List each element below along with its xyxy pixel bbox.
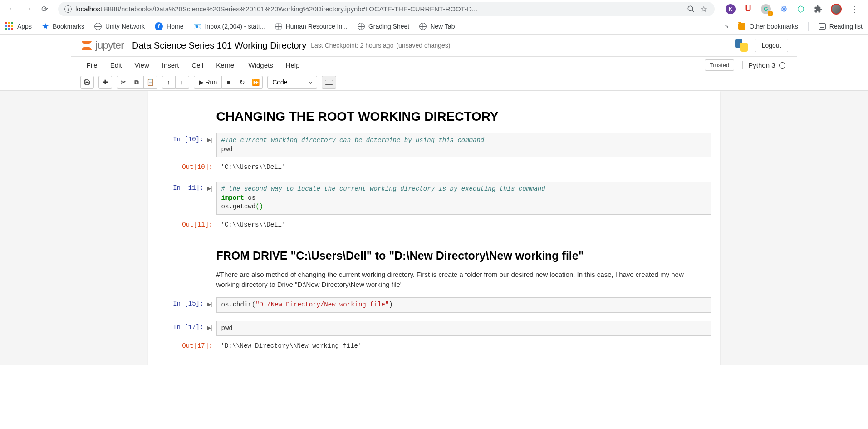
- globe-icon: [419, 23, 427, 30]
- run-button[interactable]: ▶ Run: [194, 76, 222, 89]
- svg-point-0: [688, 6, 693, 11]
- run-cell-icon[interactable]: ▶|: [207, 325, 212, 331]
- bookmark-home[interactable]: f Home: [155, 22, 183, 30]
- bookmark-inbox[interactable]: 📧 Inbox (2,004) - stati...: [193, 23, 265, 30]
- extension-hex-icon[interactable]: ⬡: [796, 5, 805, 14]
- python-logo-icon: [734, 38, 749, 53]
- kernel-indicator[interactable]: Python 3: [742, 61, 788, 69]
- add-cell-button[interactable]: ✚: [98, 76, 112, 89]
- output-text: 'D:\\New Directory\\New working file': [216, 340, 711, 352]
- profile-avatar[interactable]: [831, 4, 842, 15]
- globe-icon: [275, 23, 282, 30]
- output-text: 'C:\\Users\\Dell': [216, 218, 711, 231]
- notebook-content: CHANGING THE ROOT WORKING DIRECTORY In […: [148, 91, 720, 365]
- run-cell-icon[interactable]: ▶|: [207, 185, 212, 192]
- menu-help[interactable]: Help: [280, 59, 306, 72]
- command-palette-button[interactable]: [322, 76, 336, 89]
- svg-line-1: [692, 10, 694, 12]
- input-prompt: In [10]:: [173, 136, 203, 143]
- output-cell-17: Out[17]: 'D:\\New Directory\\New working…: [157, 340, 711, 352]
- bookmark-unity-network[interactable]: Unity Network: [94, 23, 145, 30]
- markdown-cell-heading2[interactable]: FROM DRIVE "C:\Users\Dell" to "D:\New Di…: [157, 249, 711, 262]
- browser-menu-icon[interactable]: ⋮: [850, 5, 859, 14]
- stop-button[interactable]: ■: [222, 76, 235, 89]
- cut-button[interactable]: ✂: [117, 76, 130, 89]
- kernel-status-icon: [779, 62, 785, 69]
- url-text: localhost:8888/notebooks/Data%20Science%…: [75, 5, 683, 13]
- paste-button[interactable]: 📋: [144, 76, 157, 89]
- jupyter-logo[interactable]: jupyter: [80, 39, 124, 52]
- forward-button[interactable]: →: [22, 3, 34, 15]
- menu-cell[interactable]: Cell: [185, 59, 210, 72]
- menu-file[interactable]: File: [80, 59, 104, 72]
- bookmarks-overflow[interactable]: »: [725, 23, 729, 30]
- input-prompt: In [15]:: [173, 300, 203, 307]
- run-all-button[interactable]: ⏩: [249, 76, 263, 89]
- save-button[interactable]: [80, 76, 94, 89]
- copy-button[interactable]: ⧉: [130, 76, 144, 89]
- globe-icon: [94, 23, 102, 30]
- move-up-button[interactable]: ↑: [162, 76, 176, 89]
- input-prompt: In [17]:: [173, 324, 203, 331]
- menu-kernel[interactable]: Kernel: [210, 59, 242, 72]
- jupyter-logo-icon: [80, 39, 93, 52]
- extension-grammarly-icon[interactable]: G 1: [761, 4, 771, 14]
- bookmarks-bar: Apps ★ Bookmarks Unity Network f Home 📧 …: [0, 18, 868, 35]
- run-cell-icon[interactable]: ▶|: [207, 301, 212, 307]
- extension-flower-icon[interactable]: ❋: [779, 5, 788, 14]
- cell-type-select[interactable]: Code: [267, 76, 317, 89]
- reading-list[interactable]: Reading list: [819, 23, 863, 30]
- code-cell-11[interactable]: In [11]: ▶| # the second way to locate t…: [157, 182, 711, 215]
- url-bar[interactable]: i localhost:8888/notebooks/Data%20Scienc…: [58, 2, 715, 16]
- notebook-title[interactable]: Data Science Series 101 Working Director…: [132, 40, 306, 51]
- site-info-icon[interactable]: i: [64, 5, 72, 13]
- other-bookmarks[interactable]: Other bookmarks: [738, 23, 798, 30]
- jupyter-header: jupyter Data Science Series 101 Working …: [71, 35, 797, 57]
- menu-widgets[interactable]: Widgets: [242, 59, 280, 72]
- code-cell-10[interactable]: In [10]: ▶| #The current working directo…: [157, 133, 711, 157]
- apps-button[interactable]: Apps: [5, 22, 32, 30]
- extension-u-icon[interactable]: U: [744, 5, 753, 14]
- restart-button[interactable]: ↻: [235, 76, 249, 89]
- code-cell-17[interactable]: In [17]: ▶| pwd: [157, 321, 711, 336]
- extensions-puzzle-icon[interactable]: [814, 5, 823, 14]
- code-input[interactable]: os.chdir("D:/New Directory/New working f…: [216, 297, 711, 313]
- code-input[interactable]: # the second way to locate the current w…: [216, 182, 711, 215]
- logout-button[interactable]: Logout: [755, 39, 788, 52]
- back-button[interactable]: ←: [5, 3, 18, 15]
- menu-bar: File Edit View Insert Cell Kernel Widget…: [71, 57, 797, 74]
- bookmark-star-icon[interactable]: ☆: [699, 5, 708, 14]
- code-input[interactable]: #The current working directory can be de…: [216, 133, 711, 157]
- menu-edit[interactable]: Edit: [104, 59, 128, 72]
- reading-list-icon: [819, 23, 826, 30]
- jupyter-logo-text: jupyter: [96, 39, 124, 51]
- browser-toolbar: ← → ⟳ i localhost:8888/notebooks/Data%20…: [0, 0, 868, 18]
- heading: FROM DRIVE "C:\Users\Dell" to "D:\New Di…: [216, 249, 702, 262]
- output-cell-10: Out[10]: 'C:\\Users\\Dell': [157, 161, 711, 173]
- toolbar: ✚ ✂ ⧉ 📋 ↑ ↓ ▶ Run ■ ↻ ⏩ Code: [71, 74, 797, 90]
- checkpoint-text: Last Checkpoint: 2 hours ago: [311, 42, 393, 49]
- code-input[interactable]: pwd: [216, 321, 711, 336]
- output-prompt: Out[10]:: [182, 163, 212, 171]
- reload-button[interactable]: ⟳: [38, 3, 51, 15]
- menu-insert[interactable]: Insert: [156, 59, 186, 72]
- bookmark-new-tab[interactable]: New Tab: [419, 23, 455, 30]
- facebook-icon: f: [155, 22, 163, 30]
- divider: [808, 22, 809, 31]
- heading: CHANGING THE ROOT WORKING DIRECTORY: [216, 109, 702, 124]
- run-cell-icon[interactable]: ▶|: [207, 137, 212, 143]
- markdown-cell-para[interactable]: #There are also method of changing the c…: [157, 270, 711, 290]
- trusted-indicator[interactable]: Trusted: [705, 59, 735, 71]
- bookmark-bookmarks[interactable]: ★ Bookmarks: [42, 21, 84, 31]
- menu-view[interactable]: View: [128, 59, 156, 72]
- search-icon[interactable]: [687, 5, 696, 14]
- keyboard-icon: [325, 80, 333, 85]
- unsaved-changes: (unsaved changes): [396, 42, 450, 49]
- input-prompt: In [11]:: [173, 184, 203, 192]
- code-cell-15[interactable]: In [15]: ▶| os.chdir("D:/New Directory/N…: [157, 297, 711, 313]
- markdown-cell-heading1[interactable]: CHANGING THE ROOT WORKING DIRECTORY: [157, 109, 711, 124]
- move-down-button[interactable]: ↓: [176, 76, 189, 89]
- bookmark-grading-sheet[interactable]: Grading Sheet: [358, 23, 409, 30]
- extension-k-icon[interactable]: K: [726, 4, 736, 14]
- bookmark-human-resource[interactable]: Human Resource In...: [275, 23, 348, 30]
